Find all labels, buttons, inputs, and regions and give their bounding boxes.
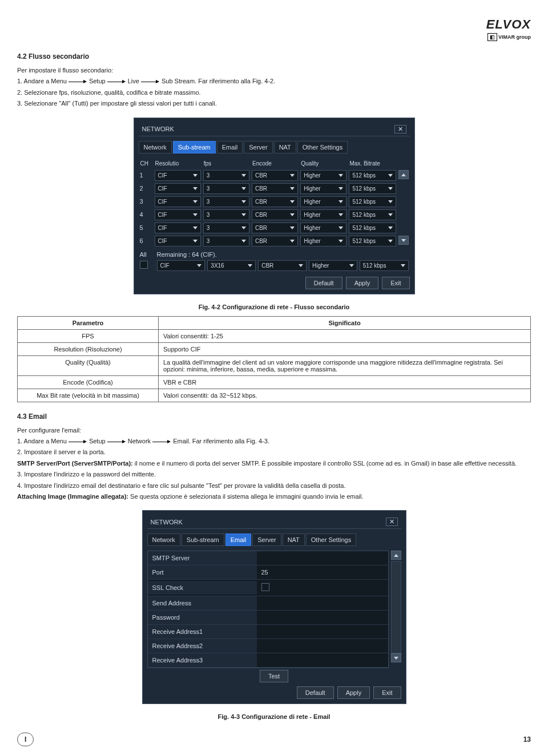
form-row: SMTP Server bbox=[148, 551, 388, 565]
scroll-up-icon[interactable] bbox=[391, 551, 401, 560]
tab-other-settings[interactable]: Other Settings bbox=[297, 141, 348, 153]
encode-select[interactable]: CBR bbox=[258, 260, 307, 271]
resolution-select[interactable]: CIF bbox=[155, 236, 201, 246]
bitrate-select[interactable]: 512 kbps bbox=[349, 183, 396, 194]
port-input[interactable]: 25 bbox=[261, 569, 268, 576]
quality-select[interactable]: Higher bbox=[300, 209, 346, 220]
quality-select[interactable]: Higher bbox=[300, 183, 346, 194]
table-row: 1 CIF 3 CBR Higher 512 kbps bbox=[139, 169, 410, 182]
tab-server[interactable]: Server bbox=[244, 141, 272, 153]
encode-select[interactable]: CBR bbox=[252, 209, 298, 220]
apply-button[interactable]: Apply bbox=[346, 277, 379, 289]
encode-select[interactable]: CBR bbox=[252, 196, 298, 207]
resolution-select[interactable]: CIF bbox=[155, 196, 201, 207]
tab-nat[interactable]: NAT bbox=[283, 533, 305, 546]
close-icon[interactable]: ✕ bbox=[386, 518, 398, 526]
chevron-down-icon bbox=[193, 187, 198, 190]
quality-select[interactable]: Higher bbox=[309, 260, 357, 271]
all-checkbox[interactable] bbox=[140, 261, 148, 269]
tab-network[interactable]: Network bbox=[147, 533, 180, 546]
quality-select[interactable]: Higher bbox=[300, 223, 346, 233]
chevron-down-icon bbox=[388, 213, 393, 216]
arrow-icon bbox=[68, 82, 86, 82]
table-row: 4 CIF 3 CBR Higher 512 kbps bbox=[139, 208, 410, 221]
chevron-down-icon bbox=[401, 264, 405, 267]
fps-select[interactable]: 3X16 bbox=[207, 260, 256, 271]
fps-select[interactable]: 3 bbox=[203, 223, 249, 233]
chevron-down-icon bbox=[339, 174, 343, 177]
page-footer: I 13 bbox=[17, 733, 531, 746]
arrow-icon bbox=[68, 442, 86, 442]
tab-sub-stream[interactable]: Sub-stream bbox=[182, 533, 224, 546]
tab-email[interactable]: Email bbox=[217, 141, 243, 153]
chevron-down-icon bbox=[339, 200, 343, 203]
bitrate-select[interactable]: 512 kbps bbox=[349, 196, 396, 207]
tab-email[interactable]: Email bbox=[225, 533, 252, 546]
scroll-up-icon[interactable] bbox=[398, 170, 409, 179]
fps-select[interactable]: 3 bbox=[203, 170, 249, 181]
section-42-heading: 4.2 Flusso secondario bbox=[17, 52, 531, 60]
fps-select[interactable]: 3 bbox=[203, 196, 249, 207]
test-button[interactable]: Test bbox=[260, 670, 288, 682]
table-row: 3 CIF 3 CBR Higher 512 kbps bbox=[139, 195, 410, 208]
brand-main: ELVOX bbox=[17, 17, 531, 32]
encode-select[interactable]: CBR bbox=[252, 183, 298, 194]
bitrate-select[interactable]: 512 kbps bbox=[360, 260, 409, 271]
chevron-down-icon bbox=[290, 200, 295, 203]
tab-other-settings[interactable]: Other Settings bbox=[306, 533, 356, 546]
dvr-tabs: NetworkSub-streamEmailServerNATOther Set… bbox=[139, 141, 410, 153]
lang-indicator: I bbox=[17, 733, 34, 746]
encode-select[interactable]: CBR bbox=[252, 236, 298, 246]
quality-select[interactable]: Higher bbox=[300, 236, 346, 246]
dvr-title: NETWORK bbox=[142, 126, 174, 132]
quality-select[interactable]: Higher bbox=[300, 196, 346, 207]
tab-server[interactable]: Server bbox=[252, 533, 281, 546]
bitrate-select[interactable]: 512 kbps bbox=[349, 209, 396, 220]
default-button[interactable]: Default bbox=[305, 277, 342, 289]
chevron-down-icon bbox=[241, 227, 246, 229]
bitrate-select[interactable]: 512 kbps bbox=[349, 236, 396, 246]
sec42-step2: 2. Selezionare fps, risoluzione, qualità… bbox=[17, 88, 531, 97]
bitrate-select[interactable]: 512 kbps bbox=[349, 223, 396, 233]
resolution-select[interactable]: CIF bbox=[155, 170, 201, 181]
dvr-title: NETWORK bbox=[151, 519, 183, 525]
encode-select[interactable]: CBR bbox=[252, 223, 298, 233]
resolution-select[interactable]: CIF bbox=[155, 223, 201, 233]
quality-select[interactable]: Higher bbox=[300, 170, 346, 181]
table-row: 6 CIF 3 CBR Higher 512 kbps bbox=[139, 235, 410, 248]
sec43-step3: 3. Impostare l'indirizzo e la password d… bbox=[17, 470, 531, 479]
sec43-attach: Attaching Image (Immagine allegata): Se … bbox=[17, 492, 531, 501]
tab-network[interactable]: Network bbox=[139, 141, 172, 153]
default-button[interactable]: Default bbox=[297, 686, 334, 699]
fig-42-caption: Fig. 4-2 Configurazione di rete - Flusso… bbox=[17, 304, 531, 310]
resolution-select[interactable]: CIF bbox=[155, 209, 201, 220]
arrow-icon bbox=[107, 442, 124, 442]
chevron-down-icon bbox=[193, 200, 198, 203]
exit-button[interactable]: Exit bbox=[373, 686, 401, 699]
fig-43-caption: Fig. 4-3 Configurazione di rete - Email bbox=[17, 713, 531, 720]
chevron-down-icon bbox=[339, 187, 343, 190]
arrow-icon bbox=[107, 82, 124, 82]
tab-nat[interactable]: NAT bbox=[274, 141, 296, 153]
sec42-intro: Per impostare il flusso secondario: bbox=[17, 66, 531, 75]
resolution-select[interactable]: CIF bbox=[157, 260, 206, 271]
exit-button[interactable]: Exit bbox=[382, 277, 409, 289]
chevron-down-icon bbox=[197, 264, 202, 267]
form-row: SSL Check bbox=[148, 580, 388, 596]
scroll-down-icon[interactable] bbox=[391, 653, 401, 662]
encode-select[interactable]: CBR bbox=[252, 170, 298, 181]
fps-select[interactable]: 3 bbox=[203, 183, 249, 194]
apply-button[interactable]: Apply bbox=[337, 686, 370, 699]
close-icon[interactable]: ✕ bbox=[394, 125, 406, 134]
sec43-step2: 2. Impostare il server e la porta. bbox=[17, 448, 531, 456]
fps-select[interactable]: 3 bbox=[203, 209, 249, 220]
chevron-down-icon bbox=[193, 213, 198, 216]
tab-sub-stream[interactable]: Sub-stream bbox=[173, 141, 216, 153]
chevron-down-icon bbox=[193, 240, 198, 242]
bitrate-select[interactable]: 512 kbps bbox=[349, 170, 396, 181]
fps-select[interactable]: 3 bbox=[203, 236, 249, 246]
ssl-checkbox[interactable] bbox=[261, 583, 269, 591]
sec42-step1: 1. Andare a Menu Setup Live Sub Stream. … bbox=[17, 77, 531, 86]
scroll-down-icon[interactable] bbox=[398, 236, 409, 245]
resolution-select[interactable]: CIF bbox=[155, 183, 201, 194]
